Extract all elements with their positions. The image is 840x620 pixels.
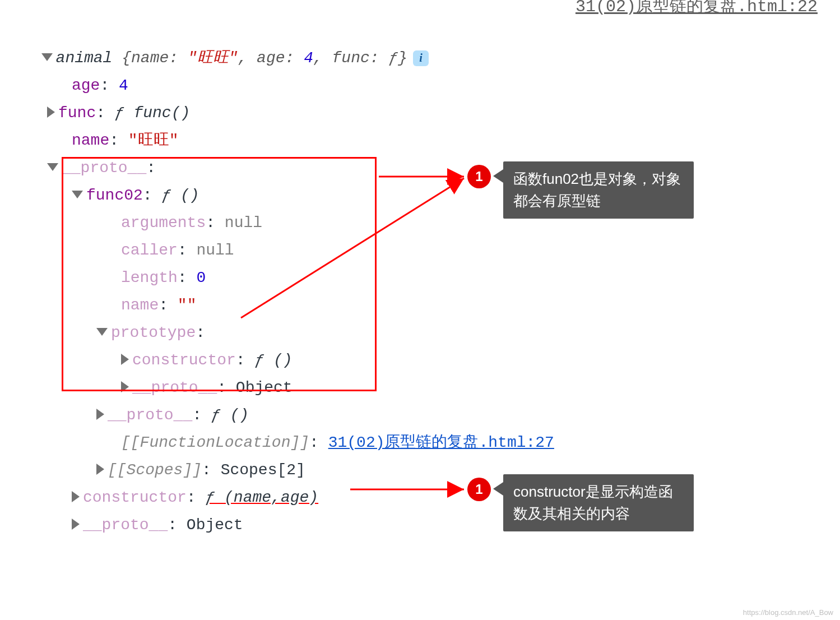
prop-proto-inner[interactable]: __proto__: Object xyxy=(22,374,818,401)
chevron-down-icon xyxy=(96,328,108,336)
prop-age: age: 4 xyxy=(22,72,818,99)
prop-func02[interactable]: func02: ƒ () xyxy=(22,182,818,209)
prop-caller: caller: null xyxy=(22,237,818,264)
prop-constructor[interactable]: constructor: ƒ (name,age) xyxy=(22,484,818,511)
info-icon[interactable]: i xyxy=(413,50,429,66)
watermark: https://blog.csdn.net/A_Bow xyxy=(743,608,833,617)
chevron-right-icon xyxy=(72,491,80,502)
chevron-right-icon xyxy=(121,381,129,392)
annotation-badge-1: 1 xyxy=(467,165,491,188)
chevron-right-icon xyxy=(96,464,104,475)
prop-func[interactable]: func: ƒ func() xyxy=(22,99,818,127)
chevron-right-icon xyxy=(121,354,129,365)
class-name: animal xyxy=(56,49,113,67)
source-link[interactable]: 31(02)原型链的复盘.html:27 xyxy=(328,434,554,451)
chevron-right-icon xyxy=(72,519,80,530)
prop-name-inner: name: "" xyxy=(22,292,818,319)
prop-arguments: arguments: null xyxy=(22,209,818,237)
prop-function-location: [[FunctionLocation]]: 31(02)原型链的复盘.html:… xyxy=(22,429,818,456)
annotation-badge-2: 1 xyxy=(467,478,491,501)
prop-length: length: 0 xyxy=(22,264,818,292)
prop-constructor-inner[interactable]: constructor: ƒ () xyxy=(22,346,818,374)
chevron-down-icon xyxy=(41,53,53,61)
annotation-callout-1: 函数fun02也是对象，对象都会有原型链 xyxy=(503,161,694,219)
prop-proto[interactable]: __proto__: xyxy=(22,154,818,182)
prop-scopes[interactable]: [[Scopes]]: Scopes[2] xyxy=(22,456,818,484)
object-summary-row[interactable]: animal {name: "旺旺", age: 4, func: ƒ}i xyxy=(22,17,818,72)
chevron-right-icon xyxy=(47,107,55,118)
chevron-down-icon xyxy=(72,191,83,198)
chevron-right-icon xyxy=(96,409,104,420)
annotation-callout-2: constructor是显示构造函数及其相关的内容 xyxy=(503,474,694,531)
prop-outer-proto[interactable]: __proto__: ƒ () xyxy=(22,401,818,429)
source-link-top[interactable]: 31(02)原型链的复盘.html:22 xyxy=(576,0,818,17)
prop-proto-outer[interactable]: __proto__: Object xyxy=(22,511,818,539)
prop-name: name: "旺旺" xyxy=(22,127,818,154)
prop-prototype[interactable]: prototype: xyxy=(22,319,818,346)
chevron-down-icon xyxy=(47,163,58,171)
